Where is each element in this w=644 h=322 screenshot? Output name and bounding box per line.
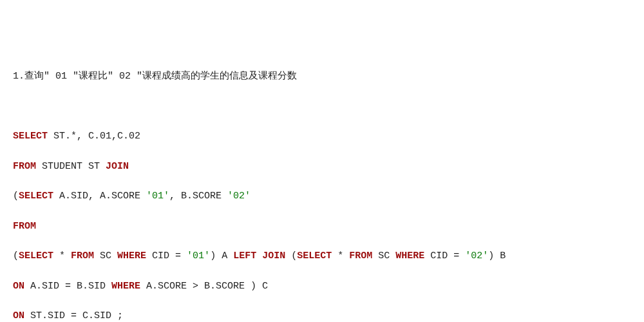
kw-select: SELECT	[19, 251, 53, 261]
text: ST.SID = C.SID ;	[24, 310, 123, 321]
q1-line6: ON A.SID = B.SID WHERE A.SCORE > B.SCORE…	[13, 279, 631, 294]
text: A.SCORE > B.SCORE ) C	[140, 281, 268, 292]
q1-line4: FROM	[13, 219, 631, 234]
text: SC	[372, 251, 395, 261]
text: ST.*, C.01,C.02	[48, 131, 140, 142]
text: (	[13, 191, 19, 202]
text: *	[332, 251, 349, 261]
q1-line1: SELECT ST.*, C.01,C.02	[13, 129, 631, 144]
blank-line	[13, 99, 631, 114]
text: ) B	[488, 251, 506, 261]
text: CID =	[424, 251, 465, 261]
q1-line7: ON ST.SID = C.SID ;	[13, 308, 631, 322]
text: A.SID = B.SID	[24, 281, 111, 292]
text: ) A	[210, 251, 233, 261]
kw-from: FROM	[349, 251, 372, 261]
q1-line5: (SELECT * FROM SC WHERE CID = '01') A LE…	[13, 249, 631, 263]
kw-from: FROM	[13, 221, 36, 232]
q1-line3: (SELECT A.SID, A.SCORE '01', B.SCORE '02…	[13, 189, 631, 204]
kw-on: ON	[13, 281, 24, 292]
kw-join: JOIN	[106, 161, 129, 172]
text: (	[13, 251, 19, 261]
kw-from: FROM	[71, 251, 94, 261]
string-literal: '02'	[465, 251, 488, 261]
string-literal: '02'	[227, 191, 251, 202]
string-literal: '01'	[187, 251, 210, 261]
text: STUDENT ST	[36, 161, 106, 172]
kw-select: SELECT	[13, 131, 48, 142]
question-1-title: 1.查询" 01 "课程比" 02 "课程成绩高的学生的信息及课程分数	[13, 69, 631, 84]
text: CID =	[146, 251, 187, 261]
kw-where: WHERE	[395, 251, 424, 261]
text: *	[53, 251, 71, 261]
string-literal: '01'	[146, 191, 169, 202]
kw-where: WHERE	[111, 281, 140, 292]
text: , B.SCORE	[169, 191, 227, 202]
kw-select: SELECT	[297, 251, 332, 261]
kw-from: FROM	[13, 161, 36, 172]
kw-left-join: LEFT JOIN	[233, 251, 285, 261]
q1-line2: FROM STUDENT ST JOIN	[13, 159, 631, 174]
text: (	[285, 251, 297, 261]
kw-where: WHERE	[117, 251, 146, 261]
kw-on: ON	[13, 310, 24, 321]
text: A.SID, A.SCORE	[53, 191, 146, 202]
text: SC	[94, 251, 117, 261]
kw-select: SELECT	[19, 191, 53, 202]
